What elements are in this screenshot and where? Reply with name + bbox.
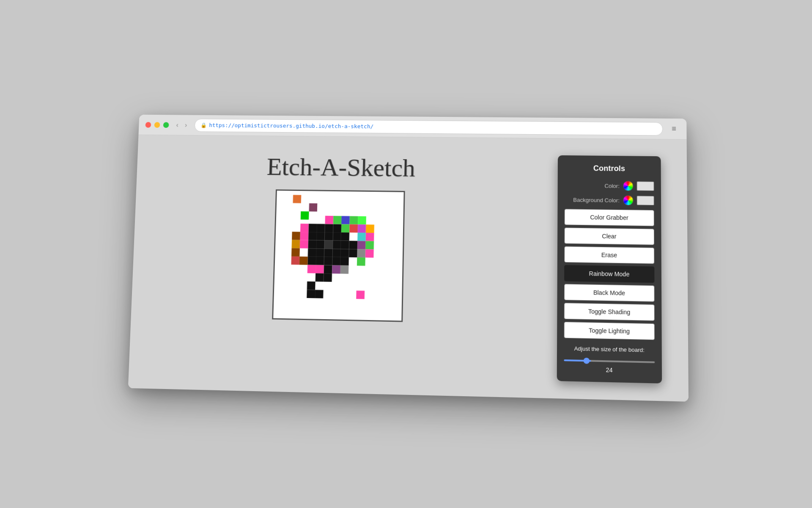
svg-rect-16 (341, 240, 349, 249)
svg-rect-5 (325, 224, 333, 232)
svg-rect-31 (341, 216, 350, 224)
svg-rect-43 (292, 240, 300, 248)
svg-rect-48 (357, 249, 365, 258)
svg-rect-23 (349, 249, 357, 257)
svg-rect-20 (324, 248, 333, 257)
svg-rect-53 (307, 265, 316, 273)
svg-rect-3 (308, 224, 317, 232)
svg-rect-50 (291, 257, 300, 265)
svg-rect-2 (301, 211, 309, 220)
svg-rect-26 (324, 257, 332, 265)
svg-rect-34 (300, 224, 309, 232)
svg-rect-18 (308, 248, 316, 257)
lock-icon: 🔒 (200, 122, 207, 128)
svg-rect-35 (341, 224, 350, 233)
svg-rect-27 (332, 257, 340, 265)
color-label: Color: (605, 182, 620, 189)
svg-rect-7 (308, 232, 317, 240)
controls-title: Controls (565, 164, 654, 174)
toggle-lighting-button[interactable]: Toggle Lighting (564, 322, 655, 340)
svg-rect-17 (349, 241, 357, 249)
svg-rect-28 (340, 257, 349, 265)
board-size-slider[interactable] (564, 359, 655, 363)
left-section: Etch-A-Sketch (156, 152, 524, 324)
controls-panel: Controls Color: Background Color: Color … (557, 155, 662, 384)
close-button[interactable] (145, 122, 151, 128)
color-wheel-icon[interactable] (623, 181, 634, 191)
bg-color-swatch[interactable] (637, 196, 654, 205)
svg-rect-12 (308, 240, 316, 248)
svg-rect-57 (340, 265, 348, 274)
color-row: Color: (565, 180, 654, 191)
maximize-button[interactable] (163, 122, 169, 128)
forward-button[interactable]: › (182, 120, 190, 130)
svg-rect-33 (358, 216, 366, 225)
svg-rect-14 (324, 240, 333, 249)
address-bar[interactable]: 🔒 https://optimistictrousers.github.io/e… (194, 119, 663, 135)
back-button[interactable]: ‹ (173, 119, 181, 130)
svg-rect-46 (365, 241, 374, 249)
svg-rect-29 (325, 216, 333, 224)
svg-rect-11 (341, 232, 349, 241)
app-title: Etch-A-Sketch (266, 152, 415, 182)
bg-color-row: Background Color: (565, 194, 654, 206)
svg-rect-58 (315, 273, 324, 282)
color-swatch[interactable] (637, 181, 654, 190)
svg-rect-51 (299, 257, 308, 265)
svg-rect-13 (316, 240, 325, 249)
svg-rect-49 (365, 249, 374, 258)
svg-rect-24 (307, 257, 316, 265)
svg-rect-8 (316, 232, 325, 240)
svg-rect-36 (349, 224, 358, 233)
svg-rect-21 (332, 249, 341, 257)
svg-rect-30 (333, 216, 342, 224)
bg-color-label: Background Color: (573, 196, 620, 203)
svg-rect-4 (317, 224, 325, 232)
clear-button[interactable]: Clear (564, 227, 654, 245)
erase-button[interactable]: Erase (564, 246, 654, 264)
svg-rect-54 (315, 265, 324, 273)
svg-rect-62 (307, 290, 315, 298)
svg-rect-39 (292, 232, 300, 240)
svg-rect-45 (357, 241, 366, 249)
svg-rect-25 (316, 257, 324, 265)
svg-rect-47 (291, 248, 300, 257)
nav-buttons: ‹ › (173, 119, 189, 130)
page-content: Etch-A-Sketch (128, 135, 689, 402)
svg-rect-61 (356, 290, 365, 299)
color-grabber-button[interactable]: Color Grabber (565, 209, 654, 226)
svg-rect-6 (333, 224, 341, 232)
board-size-label: Adjust the size of the board: (564, 345, 655, 353)
svg-rect-19 (316, 248, 324, 257)
black-mode-button[interactable]: Black Mode (564, 284, 655, 302)
svg-rect-0 (293, 195, 302, 203)
svg-rect-42 (366, 233, 374, 241)
svg-rect-60 (307, 282, 315, 290)
svg-rect-59 (324, 273, 332, 282)
svg-rect-52 (357, 257, 365, 266)
svg-rect-41 (357, 233, 366, 241)
canvas-drawing (273, 190, 403, 320)
svg-rect-38 (366, 224, 374, 233)
sketch-canvas[interactable] (272, 189, 405, 322)
svg-rect-9 (325, 232, 333, 240)
browser-window: ‹ › 🔒 https://optimistictrousers.github.… (128, 115, 689, 402)
svg-rect-40 (300, 232, 308, 240)
svg-rect-15 (332, 240, 341, 249)
svg-rect-56 (332, 265, 340, 274)
rainbow-mode-button[interactable]: Rainbow Mode (564, 265, 654, 283)
minimize-button[interactable] (154, 122, 160, 128)
toggle-shading-button[interactable]: Toggle Shading (564, 303, 655, 321)
svg-rect-1 (309, 203, 318, 212)
svg-rect-37 (358, 224, 366, 233)
bg-color-wheel-icon[interactable] (623, 195, 634, 205)
url-text: https://optimistictrousers.github.io/etc… (209, 122, 373, 130)
svg-rect-22 (340, 249, 349, 257)
traffic-lights (145, 122, 169, 128)
svg-rect-32 (350, 216, 358, 224)
svg-rect-10 (333, 232, 341, 241)
menu-icon[interactable]: ≡ (668, 123, 680, 135)
svg-rect-55 (324, 265, 332, 273)
board-size-value: 24 (564, 365, 655, 374)
svg-rect-44 (300, 240, 308, 248)
